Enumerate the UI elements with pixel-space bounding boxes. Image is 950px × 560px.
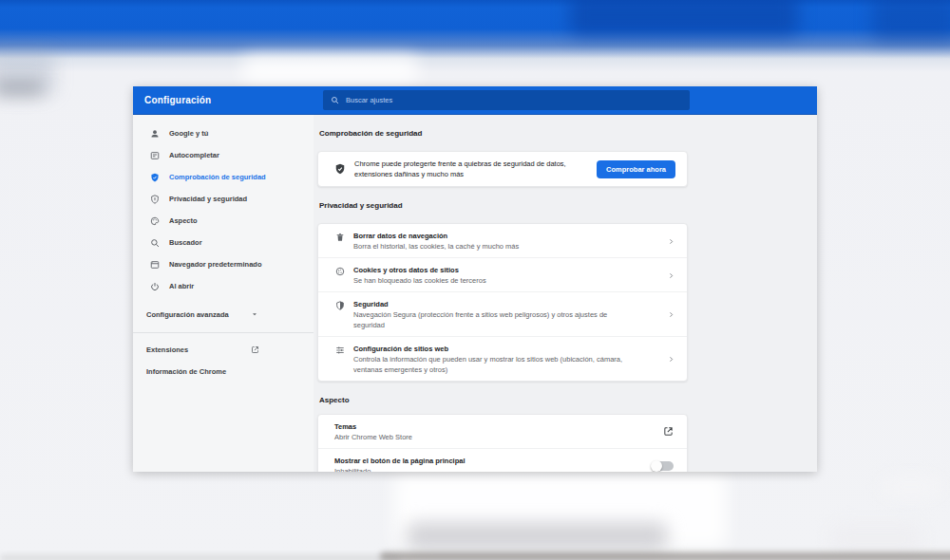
chevron-right-icon	[668, 272, 674, 279]
sidebar-item-extensions[interactable]: Extensiones	[133, 339, 314, 361]
check-now-button[interactable]: Comprobar ahora	[597, 160, 675, 178]
backdrop-blob	[242, 57, 418, 84]
sidebar-item-advanced[interactable]: Configuración avanzada	[133, 303, 314, 326]
page-title: Configuración	[144, 86, 211, 114]
safety-check-card: Chrome puede protegerte frente a quiebra…	[317, 151, 688, 187]
sidebar-item-label: Al abrir	[169, 282, 194, 290]
row-subtitle: Se han bloqueado las cookies de terceros	[353, 275, 638, 286]
privacy-card: Borrar datos de navegación Borra el hist…	[317, 223, 688, 382]
sidebar-item-on-startup[interactable]: Al abrir	[133, 275, 314, 297]
chevron-right-icon	[668, 311, 674, 318]
external-link-icon	[663, 426, 674, 437]
settings-header-bar: Configuración	[133, 86, 817, 115]
sidebar-item-default-browser[interactable]: Navegador predeterminado	[133, 253, 314, 275]
row-cookies[interactable]: Cookies y otros datos de sitios Se han b…	[318, 258, 687, 292]
sidebar-item-label: Aspecto	[169, 216, 198, 225]
home-button-toggle[interactable]	[653, 461, 674, 471]
chevron-right-icon	[668, 238, 674, 245]
sidebar-item-label: Información de Chrome	[146, 367, 226, 376]
sidebar-item-label: Extensiones	[146, 345, 188, 354]
backdrop-blob	[882, 477, 940, 496]
sidebar-item-about-chrome[interactable]: Información de Chrome	[133, 361, 314, 383]
autofill-icon	[150, 151, 160, 160]
row-title: Borrar datos de navegación	[353, 231, 638, 241]
sidebar-item-label: Buscador	[169, 238, 202, 247]
trash-icon	[335, 233, 345, 242]
sidebar-item-label: Comprobación de seguridad	[169, 173, 266, 181]
sidebar-item-safety-check[interactable]: Comprobación de seguridad	[133, 166, 314, 188]
backdrop-blob	[831, 524, 922, 554]
section-heading-appearance: Aspecto	[319, 396, 688, 405]
settings-window: Configuración Google y tú Autocompletar	[133, 86, 817, 472]
shield-check-icon	[334, 163, 346, 175]
row-themes[interactable]: Temas Abrir Chrome Web Store	[318, 415, 687, 449]
person-icon	[150, 129, 160, 139]
row-subtitle: Borra el historial, las cookies, la cach…	[353, 241, 638, 252]
toggle-knob	[651, 460, 662, 472]
chevron-right-icon	[668, 356, 674, 363]
sidebar-item-autofill[interactable]: Autocompletar	[133, 144, 314, 166]
external-link-icon	[251, 345, 259, 354]
settings-content: Comprobación de seguridad Chrome puede p…	[314, 115, 817, 472]
sidebar-item-appearance[interactable]: Aspecto	[133, 210, 314, 232]
backdrop-blob	[380, 552, 950, 560]
backdrop-blob	[0, 555, 399, 560]
row-subtitle: Inhabilitado	[334, 466, 619, 473]
row-site-settings[interactable]: Configuración de sitios web Controla la …	[318, 337, 687, 381]
row-title: Cookies y otros datos de sitios	[353, 265, 638, 275]
settings-search[interactable]	[323, 90, 690, 110]
search-icon	[331, 96, 339, 104]
sidebar-divider	[133, 332, 314, 333]
shield-icon	[335, 301, 345, 310]
settings-sidebar: Google y tú Autocompletar Comprobación d…	[133, 115, 314, 472]
section-heading-safety-check: Comprobación de seguridad	[319, 129, 688, 139]
backdrop-blob	[0, 82, 44, 95]
row-subtitle: Navegación Segura (protección frente a s…	[353, 309, 638, 330]
palette-icon	[150, 216, 160, 226]
row-clear-browsing-data[interactable]: Borrar datos de navegación Borra el hist…	[318, 224, 687, 258]
sidebar-item-search-engine[interactable]: Buscador	[133, 232, 314, 253]
section-heading-privacy: Privacidad y seguridad	[319, 201, 688, 211]
backdrop-blob	[872, 0, 950, 42]
backdrop-blob	[407, 522, 668, 551]
sidebar-item-label: Autocompletar	[169, 151, 219, 159]
privacy-shield-icon	[150, 195, 160, 204]
search-input[interactable]	[346, 96, 682, 104]
row-title: Seguridad	[353, 299, 638, 309]
row-subtitle: Abrir Chrome Web Store	[334, 432, 619, 442]
safety-check-description: Chrome puede protegerte frente a quiebra…	[354, 159, 592, 179]
backdrop-blob	[570, 0, 798, 36]
row-title: Configuración de sitios web	[353, 344, 638, 354]
sidebar-item-label: Privacidad y seguridad	[169, 195, 247, 203]
sidebar-item-label: Navegador predeterminado	[169, 260, 262, 269]
row-subtitle: Controla la información que pueden usar …	[353, 354, 638, 375]
sidebar-item-label: Google y tú	[169, 129, 208, 138]
search-icon	[150, 238, 160, 248]
row-security[interactable]: Seguridad Navegación Segura (protección …	[318, 292, 687, 337]
sidebar-item-google[interactable]: Google y tú	[133, 122, 314, 144]
shield-check-icon	[150, 173, 160, 182]
tune-icon	[335, 345, 345, 355]
chevron-down-icon	[251, 310, 258, 318]
appearance-card: Temas Abrir Chrome Web Store Mostrar el …	[317, 414, 688, 472]
power-icon	[150, 282, 160, 291]
cookie-icon	[335, 267, 345, 276]
sidebar-item-privacy[interactable]: Privacidad y seguridad	[133, 188, 314, 210]
browser-icon	[150, 260, 160, 270]
row-show-home-button[interactable]: Mostrar el botón de la página principal …	[318, 449, 687, 472]
sidebar-item-label: Configuración avanzada	[146, 310, 229, 319]
row-title: Temas	[334, 421, 619, 432]
row-title: Mostrar el botón de la página principal	[334, 456, 619, 466]
